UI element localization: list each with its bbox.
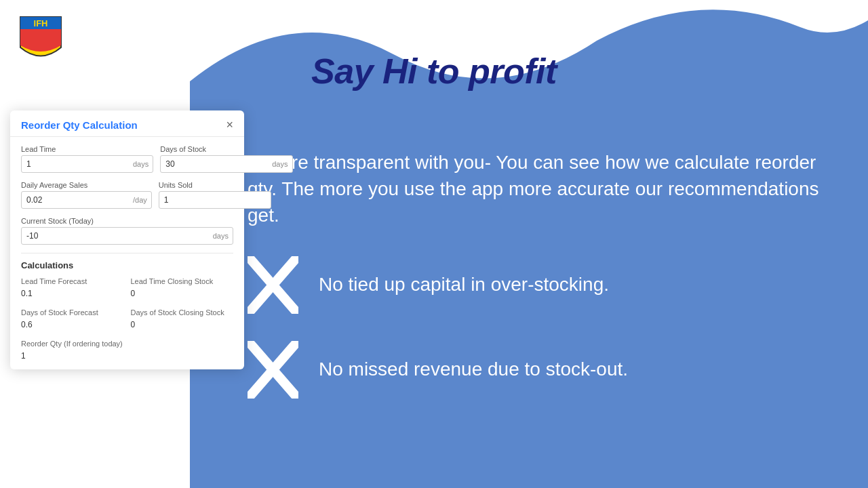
current-stock-input-wrapper: days (21, 227, 233, 245)
calc-label-2: Days of Stock Forecast (21, 308, 124, 317)
calc-item-days-closing: Days of Stock Closing Stock 0 (131, 308, 234, 330)
units-sold-input[interactable] (159, 192, 271, 208)
calc-value-0: 0.1 (21, 289, 33, 298)
daily-avg-sales-input-wrapper: /day (21, 191, 152, 209)
lead-time-input[interactable] (22, 156, 133, 172)
calc-item-lead-time-forecast: Lead Time Forecast 0.1 (21, 277, 124, 299)
units-sold-group: Units Sold (159, 181, 271, 209)
calc-label-4: Reorder Qty (If ordering today) (21, 340, 233, 348)
divider (21, 253, 233, 253)
form-row-3: Current Stock (Today) days (21, 217, 233, 245)
svg-text:IFH: IFH (34, 18, 48, 28)
calc-label-3: Days of Stock Closing Stock (131, 308, 234, 317)
lead-time-group: Lead Time days (21, 145, 153, 173)
daily-avg-sales-input[interactable] (22, 192, 133, 208)
current-stock-group: Current Stock (Today) days (21, 217, 233, 245)
card-body: Lead Time days Days of Stock days Daily … (10, 137, 244, 369)
no-overstocking-icon (248, 256, 298, 314)
card-title: Reorder Qty Calculation (21, 119, 138, 131)
calc-value-4: 1 (21, 351, 26, 361)
lead-time-input-wrapper: days (21, 155, 153, 173)
days-of-stock-group: Days of Stock days (160, 145, 292, 173)
daily-avg-sales-group: Daily Average Sales /day (21, 181, 152, 209)
units-sold-input-wrapper (159, 191, 271, 209)
calc-item-days-forecast: Days of Stock Forecast 0.6 (21, 308, 124, 330)
lead-time-suffix: days (133, 160, 153, 168)
calc-label-0: Lead Time Forecast (21, 277, 124, 285)
feature-row-1: No tied up capital in over-stocking. (248, 256, 848, 314)
lead-time-label: Lead Time (21, 145, 153, 153)
form-row-1: Lead Time days Days of Stock days (21, 145, 233, 173)
close-button[interactable]: × (226, 119, 233, 131)
days-of-stock-input[interactable] (161, 156, 272, 172)
main-heading: Say Hi to profit (0, 51, 868, 92)
transparent-text: We are transparent with you- You can see… (248, 149, 848, 229)
card-header: Reorder Qty Calculation × (10, 110, 244, 137)
calc-item-reorder-qty: Reorder Qty (If ordering today) 1 (21, 340, 233, 361)
feature-text-2: No missed revenue due to stock-out. (319, 359, 628, 380)
days-of-stock-input-wrapper: days (160, 155, 292, 173)
daily-avg-sales-suffix: /day (133, 196, 151, 204)
current-stock-suffix: days (213, 232, 233, 240)
right-panel: We are transparent with you- You can see… (248, 149, 848, 426)
daily-avg-sales-label: Daily Average Sales (21, 181, 152, 189)
calc-value-1: 0 (131, 289, 136, 298)
feature-text-1: No tied up capital in over-stocking. (319, 274, 609, 296)
calc-grid: Lead Time Forecast 0.1 Lead Time Closing… (21, 277, 233, 361)
calc-item-lead-time-closing: Lead Time Closing Stock 0 (131, 277, 234, 299)
current-stock-input[interactable] (22, 228, 213, 244)
calculations-title: Calculations (21, 260, 233, 270)
calc-label-1: Lead Time Closing Stock (131, 277, 234, 285)
no-stockout-icon (248, 341, 298, 399)
reorder-calc-card: Reorder Qty Calculation × Lead Time days… (10, 110, 244, 369)
form-row-2: Daily Average Sales /day Units Sold (21, 181, 233, 209)
page-title: Say Hi to profit (0, 51, 868, 92)
calc-value-2: 0.6 (21, 320, 33, 329)
feature-row-2: No missed revenue due to stock-out. (248, 341, 848, 399)
calculations-section: Calculations Lead Time Forecast 0.1 Lead… (21, 260, 233, 361)
calc-value-3: 0 (131, 320, 136, 329)
units-sold-label: Units Sold (159, 181, 271, 189)
days-of-stock-suffix: days (272, 160, 292, 168)
days-of-stock-label: Days of Stock (160, 145, 292, 153)
current-stock-label: Current Stock (Today) (21, 217, 233, 225)
